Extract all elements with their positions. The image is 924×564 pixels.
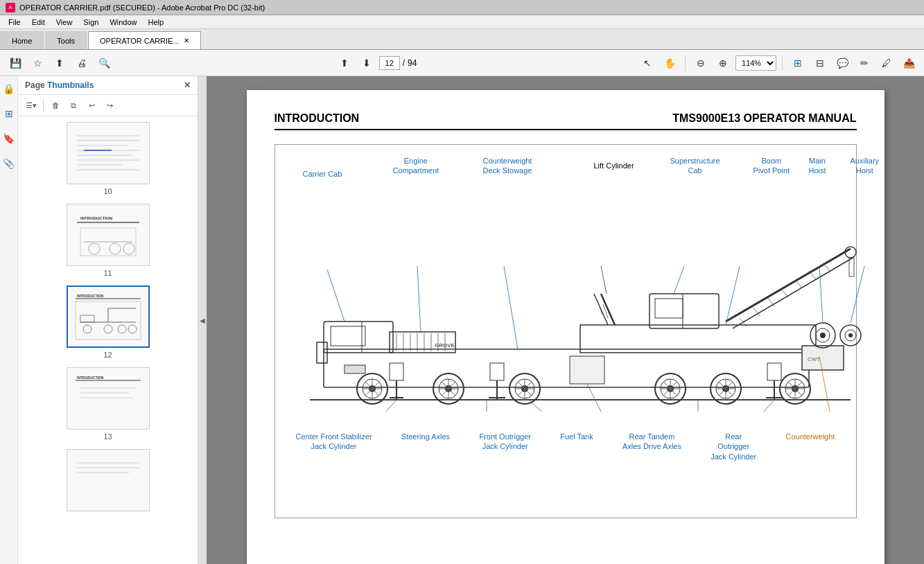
label-lift-cylinder: Lift Cylinder <box>594 161 634 170</box>
label-steering-axles: Steering Axles <box>401 432 450 461</box>
next-page-button[interactable]: ⬇ <box>357 53 376 73</box>
svg-rect-55 <box>345 365 365 373</box>
svg-line-60 <box>726 249 851 321</box>
app-icon: A <box>6 3 15 12</box>
organize-button[interactable]: ⊟ <box>810 53 830 73</box>
zoom-out-button[interactable]: ⊖ <box>691 53 711 73</box>
thumb-img-14 <box>67 449 150 511</box>
svg-line-66 <box>795 280 802 288</box>
upload-button[interactable]: ⬆ <box>50 53 69 73</box>
sidebar-collapse-handle[interactable]: ◀ <box>198 76 207 564</box>
lock-icon[interactable]: 🔒 <box>2 82 16 96</box>
sidebar-menu-button[interactable]: ☰▾ <box>24 98 39 113</box>
sidebar-header-page-label: Page <box>25 80 47 90</box>
sidebar-thumbnails: 10 INTRODUCTION <box>18 116 198 564</box>
total-pages: 94 <box>408 58 417 68</box>
thumb-img-11: INTRODUCTION <box>67 204 150 266</box>
thumb-label-12: 12 <box>103 351 112 359</box>
icon-strip: 🔒 ⊞ 🔖 📎 <box>0 76 18 564</box>
svg-text:GROVE: GROVE <box>435 342 455 349</box>
svg-line-140 <box>504 266 518 349</box>
svg-line-148 <box>528 400 542 412</box>
svg-rect-58 <box>655 299 683 318</box>
sidebar-close-icon[interactable]: ✕ <box>184 80 191 90</box>
svg-line-141 <box>601 266 607 294</box>
svg-point-136 <box>848 333 853 337</box>
menu-help[interactable]: Help <box>143 17 170 28</box>
bookmark-strip-icon[interactable]: 🔖 <box>2 132 16 146</box>
thumb-label-13: 13 <box>103 432 112 441</box>
prev-page-button[interactable]: ⬆ <box>335 53 354 73</box>
sidebar-header: Page Thumbnails ✕ <box>18 76 198 95</box>
page-nav: / 94 <box>379 56 417 70</box>
sidebar-delete-button[interactable]: 🗑 <box>48 98 63 113</box>
svg-line-149 <box>587 384 601 412</box>
thumbnail-12[interactable]: INTRODUCTION 12 <box>67 285 150 359</box>
menu-window[interactable]: Window <box>104 17 142 28</box>
menu-file[interactable]: File <box>3 17 26 28</box>
tab-tools[interactable]: Tools <box>45 31 87 49</box>
page-left-title: INTRODUCTION <box>274 112 360 125</box>
bookmark-button[interactable]: ☆ <box>28 53 47 73</box>
crane-diagram: CWT <box>282 214 849 429</box>
svg-line-146 <box>386 400 396 412</box>
thumb-img-10 <box>67 122 150 184</box>
label-main-hoist: MainHoist <box>809 156 826 176</box>
svg-rect-79 <box>390 363 403 380</box>
zoom-select[interactable]: 114% 100% 75% 150% <box>735 55 776 71</box>
bottom-labels-row: Center Front StabilizerJack Cylinder Ste… <box>282 429 849 461</box>
sidebar-title: Thumbnails <box>47 80 94 90</box>
top-labels-row: Carrier Cab EngineCompartment Counterwei… <box>282 156 849 211</box>
zoom-in-button[interactable]: ⊕ <box>713 53 733 73</box>
svg-line-144 <box>819 266 823 323</box>
pen-button[interactable]: 🖊 <box>877 53 896 73</box>
svg-line-143 <box>726 266 740 325</box>
thumbnail-11[interactable]: INTRODUCTION 11 <box>67 204 150 277</box>
menu-view[interactable]: View <box>51 17 78 28</box>
menu-edit[interactable]: Edit <box>26 17 51 28</box>
svg-line-75 <box>598 301 602 315</box>
thumbnail-10[interactable]: 10 <box>67 122 150 195</box>
thumbnail-13[interactable]: INTRODUCTION 13 <box>67 367 150 441</box>
page-header: INTRODUCTION TMS9000E13 OPERATOR MANUAL <box>274 112 857 130</box>
comment-button[interactable]: 💬 <box>833 53 852 73</box>
edit-button[interactable]: ✏ <box>855 53 874 73</box>
label-superstructure-cab: SuperstructureCab <box>670 156 720 176</box>
pages-icon[interactable]: ⊞ <box>2 107 16 121</box>
svg-line-65 <box>781 289 788 297</box>
svg-rect-82 <box>490 363 504 380</box>
select-tool-button[interactable]: ↖ <box>638 53 657 73</box>
thumb-label-11: 11 <box>103 269 112 277</box>
hand-tool-button[interactable]: ✋ <box>660 53 679 73</box>
save-button[interactable]: 💾 <box>6 53 25 73</box>
thumb-img-13: INTRODUCTION <box>67 367 150 430</box>
menu-sign[interactable]: Sign <box>78 17 104 28</box>
sidebar-undo-button[interactable]: ↩ <box>84 98 99 113</box>
print-button[interactable]: 🖨 <box>72 53 91 73</box>
label-counterweight: Counterweight <box>785 432 835 461</box>
svg-line-138 <box>327 270 345 321</box>
svg-rect-85 <box>767 363 781 380</box>
document-area[interactable]: INTRODUCTION TMS9000E13 OPERATOR MANUAL … <box>207 76 924 564</box>
sidebar-copy-button[interactable]: ⧉ <box>66 98 81 113</box>
paperclip-icon[interactable]: 📎 <box>2 157 16 170</box>
svg-text:INTRODUCTION: INTRODUCTION <box>77 294 104 298</box>
export-button[interactable]: 📤 <box>899 53 918 73</box>
svg-text:INTRODUCTION: INTRODUCTION <box>77 376 104 380</box>
sidebar: Page Thumbnails ✕ ☰▾ 🗑 ⧉ ↩ ↪ <box>18 76 198 564</box>
thumb-img-12: INTRODUCTION <box>67 285 150 348</box>
page-input[interactable] <box>379 56 400 70</box>
svg-line-73 <box>601 294 615 325</box>
sidebar-redo-button[interactable]: ↪ <box>102 98 117 113</box>
tab-document[interactable]: OPERATOR CARRIE... ✕ <box>88 31 201 49</box>
tab-home[interactable]: Home <box>0 31 44 49</box>
svg-line-142 <box>674 266 684 294</box>
search-button[interactable]: 🔍 <box>94 53 114 73</box>
tab-close-icon[interactable]: ✕ <box>184 37 189 44</box>
svg-rect-0 <box>70 125 146 181</box>
thumbnail-14[interactable] <box>67 449 150 514</box>
fit-page-button[interactable]: ⊞ <box>788 53 808 73</box>
menu-bar: File Edit View Sign Window Help <box>0 15 924 29</box>
thumb-label-10: 10 <box>103 187 112 195</box>
svg-line-145 <box>851 266 864 323</box>
